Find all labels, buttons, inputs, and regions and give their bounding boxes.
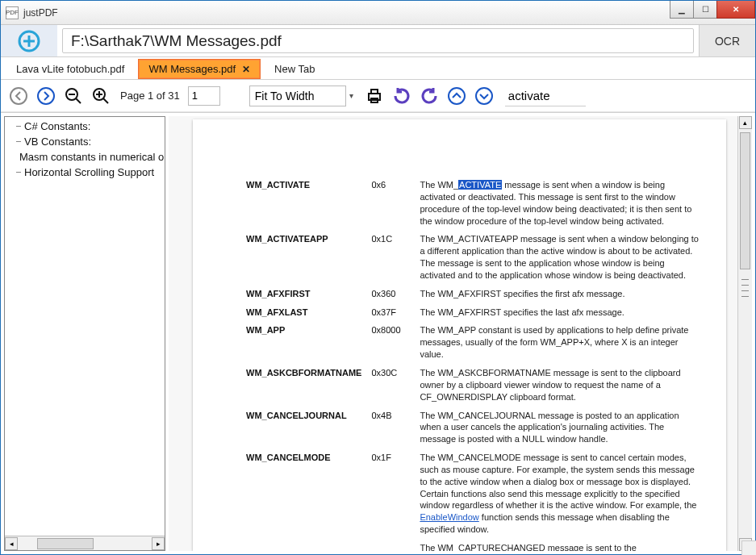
tab-close-icon[interactable]: ✕ <box>242 64 250 75</box>
outline-item[interactable]: Masm constants in numerical order: <box>8 149 161 165</box>
msg-name: WM_ASKCBFORMATNAME <box>241 364 366 407</box>
undo-button[interactable] <box>418 85 441 107</box>
outline-item-label: Masm constants in numerical order: <box>19 151 165 163</box>
outline-item[interactable]: C# Constants: <box>8 119 161 134</box>
msg-desc: The WM_ACTIVATEAPP message is sent when … <box>415 230 707 284</box>
svg-line-9 <box>103 98 108 103</box>
page-down-button[interactable] <box>473 85 495 107</box>
msg-name <box>241 539 366 551</box>
svg-line-6 <box>76 98 81 103</box>
scroll-track[interactable] <box>738 129 752 538</box>
zoom-in-icon <box>91 86 111 106</box>
maximize-button[interactable] <box>693 1 717 19</box>
page-up-button[interactable] <box>445 85 468 107</box>
search-input[interactable] <box>505 86 586 106</box>
table-row: WM_ACTIVATE 0x6 The WM_ACTIVATE message … <box>241 176 707 230</box>
msg-desc: The WM_ACTIVATE message is sent when a w… <box>415 176 707 230</box>
outline-item[interactable]: Horizontal Scrolling Support <box>8 165 161 180</box>
table-row: WM_APP 0x8000 The WM_APP constant is use… <box>241 321 707 364</box>
svg-point-15 <box>449 88 465 104</box>
table-row: WM_ACTIVATEAPP 0x1C The WM_ACTIVATEAPP m… <box>241 230 707 284</box>
table-row: WM_CANCELJOURNAL 0x4B The WM_CANCELJOURN… <box>241 407 707 449</box>
ocr-button[interactable]: OCR <box>699 25 755 56</box>
rotate-right-icon <box>392 86 411 106</box>
print-button[interactable] <box>363 85 386 107</box>
outline-sidebar: C# Constants: VB Constants: Masm constan… <box>4 116 165 551</box>
msg-desc: The WM_CAPTURECHANGED message is sent to… <box>415 539 707 551</box>
chevron-down-icon[interactable]: ▾ <box>349 91 353 100</box>
zoom-in-button[interactable] <box>90 85 112 107</box>
scroll-left-icon[interactable]: ◂ <box>5 537 18 550</box>
window-title: justPDF <box>23 7 670 19</box>
scroll-up-icon[interactable]: ▴ <box>739 116 752 129</box>
table-row: The WM_CAPTURECHANGED message is sent to… <box>241 539 707 551</box>
page-of: of <box>157 90 165 102</box>
outline-item[interactable]: VB Constants: <box>8 134 161 149</box>
add-tab-button[interactable] <box>1 25 57 56</box>
outline-item-label: Horizontal Scrolling Support <box>24 166 154 178</box>
msg-hex: 0x4B <box>366 407 415 449</box>
zoom-mode-select[interactable] <box>249 86 346 106</box>
outline-list: C# Constants: VB Constants: Masm constan… <box>5 117 165 536</box>
outline-item-label: VB Constants: <box>24 136 91 148</box>
svg-point-4 <box>38 88 54 104</box>
table-row: WM_ASKCBFORMATNAME 0x30C The WM_ASKCBFOR… <box>241 364 707 407</box>
rotate-left-icon <box>420 86 439 106</box>
close-button[interactable] <box>716 1 755 19</box>
document-area: WM_ACTIVATE 0x6 The WM_ACTIVATE message … <box>169 116 752 551</box>
tab-label: New Tab <box>274 63 315 75</box>
resize-grip[interactable] <box>741 540 756 555</box>
page-label: Page 1 of 31 <box>120 90 180 102</box>
msg-name: WM_CANCELMODE <box>241 449 366 539</box>
msg-name: WM_AFXLAST <box>241 303 366 322</box>
msg-desc: The WM_APP constant is used by applicati… <box>415 321 707 364</box>
file-path-box[interactable]: F:\Sarthak7\WM Messages.pdf <box>62 28 694 53</box>
tab-1[interactable]: WM Messages.pdf ✕ <box>138 59 261 79</box>
svg-point-3 <box>10 88 27 104</box>
search-highlight: ACTIVATE <box>458 180 502 190</box>
arrow-right-circle-icon <box>36 86 56 106</box>
scroll-thumb[interactable] <box>740 132 750 269</box>
desc-text: The WM_ <box>420 180 458 190</box>
printer-icon <box>365 86 384 106</box>
msg-desc: The WM_ASKCBFORMATNAME message is sent t… <box>415 364 707 407</box>
doc-link[interactable]: EnableWindow <box>420 512 478 522</box>
page-input[interactable] <box>188 86 220 106</box>
msg-hex: 0x1C <box>366 230 415 284</box>
toolbar: Page 1 of 31 ▾ <box>1 80 755 112</box>
top-strip: F:\Sarthak7\WM Messages.pdf OCR <box>1 25 755 57</box>
redo-button[interactable] <box>391 85 413 107</box>
msg-name: WM_ACTIVATE <box>241 176 366 230</box>
msg-desc: The WM_AFXFIRST specifies the last afx m… <box>415 303 707 322</box>
page-total: 31 <box>168 90 179 102</box>
arrow-up-circle-icon <box>447 86 466 106</box>
app-window: PDF justPDF F:\Sarthak7\WM Messages.pdf … <box>0 0 756 555</box>
body-area: C# Constants: VB Constants: Masm constan… <box>1 112 755 554</box>
scroll-right-icon[interactable]: ▸ <box>152 537 165 550</box>
tab-2[interactable]: New Tab <box>264 59 325 79</box>
arrow-left-circle-icon <box>9 86 28 106</box>
app-icon: PDF <box>6 6 19 19</box>
nav-back-button[interactable] <box>7 85 30 107</box>
nav-forward-button[interactable] <box>35 85 57 107</box>
window-buttons <box>670 1 755 19</box>
page-label-prefix: Page <box>120 90 144 102</box>
scroll-thumb[interactable] <box>37 538 94 549</box>
message-table: WM_ACTIVATE 0x6 The WM_ACTIVATE message … <box>241 176 707 551</box>
tab-0[interactable]: Lava vLite fotobuch.pdf <box>6 59 135 79</box>
tab-label: WM Messages.pdf <box>148 63 236 75</box>
msg-desc: The WM_AFXFIRST specifies the first afx … <box>415 285 707 303</box>
msg-desc: The WM_CANCELJOURNAL message is posted t… <box>415 407 707 449</box>
sidebar-hscrollbar[interactable]: ◂ ▸ <box>5 536 165 550</box>
table-row: WM_AFXLAST 0x37F The WM_AFXFIRST specifi… <box>241 303 707 322</box>
doc-vscrollbar[interactable]: ▴ ▾ <box>737 116 752 551</box>
msg-name: WM_ACTIVATEAPP <box>241 230 366 284</box>
tab-row: Lava vLite fotobuch.pdf WM Messages.pdf … <box>1 57 755 80</box>
msg-name: WM_AFXFIRST <box>241 285 366 303</box>
table-row: WM_CANCELMODE 0x1F The WM_CANCELMODE mes… <box>241 449 707 539</box>
msg-hex: 0x1F <box>366 449 415 539</box>
msg-hex: 0x6 <box>366 176 415 230</box>
arrow-down-circle-icon <box>474 86 494 106</box>
minimize-button[interactable] <box>670 1 694 19</box>
zoom-out-button[interactable] <box>62 85 85 107</box>
